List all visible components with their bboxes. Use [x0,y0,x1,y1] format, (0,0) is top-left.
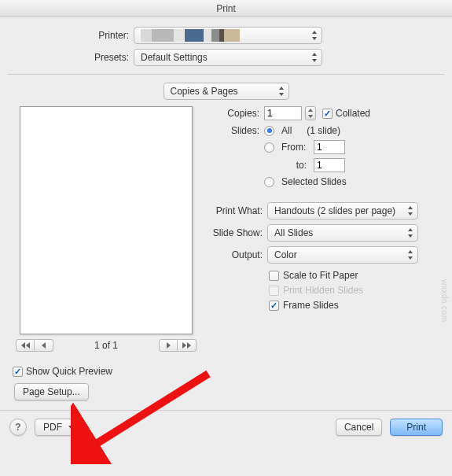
scale-to-fit-checkbox[interactable] [269,271,279,281]
copies-label: Copies: [208,108,264,119]
print-what-select[interactable]: Handouts (2 slides per page) [267,202,418,220]
print-what-label: Print What: [208,205,267,216]
slide-show-select[interactable]: All Slides [267,224,418,242]
copies-input[interactable] [264,106,302,120]
dropdown-arrows-icon [406,249,414,260]
printer-value-redacted [141,29,240,42]
section-select[interactable]: Copies & Pages [164,83,289,100]
pager-prev-button[interactable] [35,339,53,352]
frame-slides-checkbox[interactable]: ✓ [269,301,279,311]
slides-from-input[interactable] [314,140,345,154]
slides-selected-radio[interactable] [264,177,274,187]
output-label: Output: [208,249,267,260]
pager-status: 1 of 1 [94,340,118,351]
slides-from-label: From: [281,142,310,153]
frame-slides-label: Frame Slides [283,300,339,311]
printer-select[interactable] [134,27,322,44]
slides-selected-label: Selected Slides [281,176,347,187]
slide-show-label: Slide Show: [208,227,267,238]
dropdown-arrows-icon [311,52,318,63]
slides-all-radio[interactable] [264,126,274,136]
help-button[interactable]: ? [9,419,27,436]
slides-from-radio[interactable] [264,142,274,153]
dropdown-arrows-icon [277,86,285,97]
pager-last-button[interactable] [178,339,197,352]
slides-count-text: (1 slide) [307,125,340,136]
window-title: Print [0,0,452,17]
cancel-button[interactable]: Cancel [336,419,382,436]
copies-stepper[interactable] [305,106,316,120]
pager-first-button[interactable] [16,339,35,352]
slides-to-input[interactable] [314,158,345,172]
separator [0,410,452,411]
print-preview [20,106,193,334]
output-select[interactable]: Color [267,246,418,264]
separator [8,74,444,75]
print-hidden-label: Print Hidden Slides [283,285,363,296]
watermark: wsxdn.com [440,279,449,323]
slide-show-value: All Slides [274,227,313,238]
scale-to-fit-label: Scale to Fit Paper [283,270,358,281]
output-value: Color [274,249,297,260]
slides-label: Slides: [208,125,264,136]
collated-label: Collated [336,108,370,119]
dropdown-arrow-icon [67,422,75,433]
pager-next-button[interactable] [159,339,178,352]
print-what-value: Handouts (2 slides per page) [274,205,395,216]
print-hidden-checkbox [269,286,279,296]
slides-all-label: All [281,125,292,136]
show-quick-preview-label: Show Quick Preview [26,366,112,377]
page-setup-button[interactable]: Page Setup... [14,383,89,400]
presets-label: Presets: [8,52,134,63]
dropdown-arrows-icon [406,205,414,216]
show-quick-preview-checkbox[interactable]: ✓ [13,367,23,377]
presets-select[interactable]: Default Settings [134,49,322,66]
print-button[interactable]: Print [390,419,443,436]
section-value: Copies & Pages [171,86,238,97]
collated-checkbox[interactable]: ✓ [322,109,333,119]
dropdown-arrows-icon [406,227,414,238]
slides-to-label: to: [281,160,310,171]
printer-label: Printer: [8,30,134,41]
presets-value: Default Settings [141,52,208,63]
dropdown-arrows-icon [311,30,318,41]
pdf-menu-button[interactable]: PDF [35,419,79,436]
